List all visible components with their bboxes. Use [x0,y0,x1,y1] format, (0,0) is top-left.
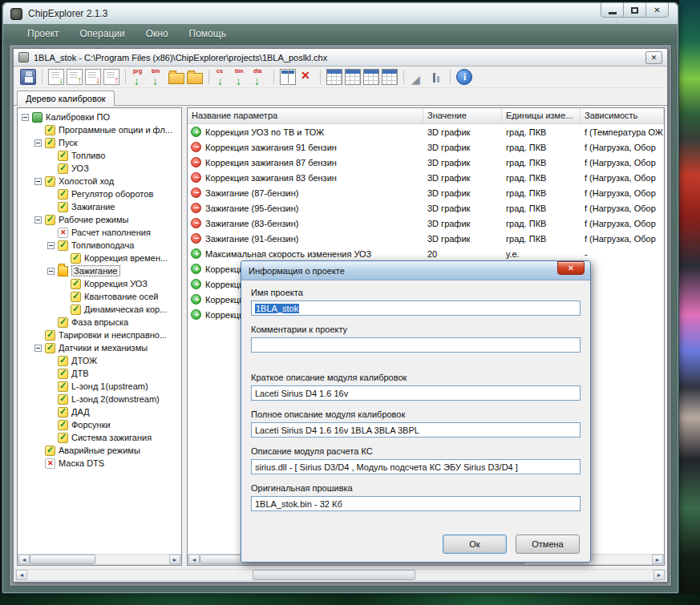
table-row[interactable]: Зажигание (95-бензин)3D графикград. ПКВf… [188,200,664,216]
write-ecu-icon[interactable] [67,69,83,85]
tree-item[interactable]: ДАД [18,405,181,418]
save-folder-icon[interactable] [187,73,203,84]
checksum-module-field[interactable]: sirius.dll - [ Sirius D3/D4 , Модуль под… [251,459,581,474]
close-button[interactable]: ✕ [645,2,669,18]
tree-item[interactable]: Зажигание [18,200,181,213]
close-project-icon[interactable] [298,69,314,85]
tab-calibration-tree[interactable]: Дерево калибровок [17,91,115,107]
tree-item-selected[interactable]: Зажигание [18,264,181,277]
table-view-icon-1[interactable] [326,69,342,85]
window-horizontal-scrollbar[interactable] [15,569,666,581]
tree-item[interactable]: Аварийные режимы [18,444,181,457]
verify-ecu-icon[interactable] [85,69,101,85]
project-close-button[interactable]: ✕ [645,51,662,64]
tree-item[interactable]: Фаза впрыска [18,316,181,329]
full-description-field[interactable]: Laceti Sirius D4 1.6 16v 1BLA 3BLA 3BPL [251,422,581,438]
collapse-icon[interactable] [47,268,55,275]
tree-item[interactable]: Тарировки и неисправно... [18,329,181,341]
column-header-value[interactable]: Значение [423,108,502,123]
ok-button[interactable]: Ок [443,534,507,554]
tree-item[interactable]: ДТВ [18,367,181,380]
column-header-name[interactable]: Название параметра [188,108,423,123]
short-description-field[interactable]: Laceti Sirius D4 1.6 16v [251,385,581,401]
menu-project[interactable]: Проект [27,28,59,39]
dialog-titlebar[interactable]: Информация о проекте [241,261,590,280]
table-row[interactable]: Зажигание (83-бензин)3D графикград. ПКВf… [188,216,664,231]
collapse-icon[interactable] [47,242,55,249]
export-cs-icon[interactable]: cs [215,69,231,85]
load-prg-icon[interactable]: prg [132,69,148,85]
tree-item[interactable]: Регулятор оборотов [18,188,181,200]
original-firmware-field[interactable]: 1BLA_stok.bin - 32 Кб [251,496,581,511]
scroll-left-icon[interactable] [18,555,30,564]
window-titlebar[interactable]: ChipExplorer 2.1.3 [3,3,678,24]
compare-ecu-icon[interactable] [103,69,119,85]
collapse-icon[interactable] [34,178,42,185]
tree-item[interactable]: Коррекция УОЗ [18,277,181,290]
tree-item[interactable]: Система зажигания [18,431,181,444]
table-row[interactable]: Коррекция зажигания 91 бензин3D графикгр… [188,139,664,155]
tree-item[interactable]: Калибровки ПО [18,111,181,123]
open-folder-icon[interactable] [168,73,184,84]
table-row[interactable]: Коррекция УОЗ по ТВ и ТОЖ3D графикград. … [188,124,664,139]
scroll-right-icon[interactable] [169,555,180,564]
maximize-button[interactable] [623,2,646,18]
tree-item[interactable]: Коррекция времен... [18,252,181,264]
table-view-icon-2[interactable] [345,69,361,85]
tree-horizontal-scrollbar[interactable] [18,554,181,565]
info-icon[interactable] [456,69,472,85]
tree-item[interactable]: Датчики и механизмы [18,341,181,354]
chart-bars-icon[interactable] [428,69,444,85]
column-header-dependency[interactable]: Зависимость [581,108,664,123]
export-dta-icon[interactable]: dta [252,69,268,85]
load-bin-icon[interactable]: bin [150,69,166,85]
table-view-icon-3[interactable] [363,69,379,85]
tree-item[interactable]: Динамическая кор... [18,303,181,316]
tree-item[interactable]: УОЗ [18,162,181,175]
tree-item[interactable]: Квантование осей [18,290,181,303]
table-row[interactable]: Коррекция зажигания 83 бензин3D графикгр… [188,170,664,185]
scrollbar-thumb[interactable] [253,570,415,580]
tree-item[interactable]: Топливоподача [18,239,181,252]
table-row[interactable]: Максимальная скорость изменения УОЗ20у.е… [188,246,664,261]
tree-item[interactable]: Маска DTS [18,457,181,470]
scrollbar-thumb[interactable] [30,555,95,564]
project-comments-field[interactable] [251,337,581,353]
tree-item[interactable]: ДТОЖ [18,354,181,367]
table-row[interactable]: Зажигание (91-бензин)3D графикград. ПКВf… [188,231,664,246]
table-view-icon-4[interactable] [382,69,398,85]
column-header-units[interactable]: Единицы изме... [502,108,581,123]
tree-item[interactable]: Топливо [18,149,181,162]
collapse-icon[interactable] [34,139,42,147]
menu-window[interactable]: Окно [146,28,168,39]
tree-item[interactable]: Пуск [18,136,181,149]
tree-item[interactable]: Холостой ход [18,175,181,188]
minimize-button[interactable] [601,2,624,18]
tree-item[interactable]: L-зонд 2(downstream) [18,393,181,405]
collapse-icon[interactable] [22,114,29,121]
scroll-left-icon[interactable] [188,555,200,564]
split-window-icon[interactable] [280,69,296,85]
project-window-titlebar[interactable]: 1BLA_stok - C:\Program Files (x86)\ChipE… [14,49,667,67]
tree-item[interactable]: Расчет наполнения [18,226,181,239]
tree-item[interactable]: Форсунки [18,418,181,431]
scroll-left-icon[interactable] [16,570,27,580]
chart-3d-icon[interactable] [410,69,426,85]
cancel-button[interactable]: Отмена [516,534,580,554]
tree-item[interactable]: L-зонд 1(upstream) [18,380,181,393]
table-row[interactable]: Зажигание (87-бензин)3D графикград. ПКВf… [188,185,664,200]
table-row[interactable]: Коррекция зажигания 87 бензин3D графикгр… [188,155,664,170]
scroll-right-icon[interactable] [653,570,665,580]
tree-item[interactable]: Программные опции и фл... [18,123,181,136]
menu-operations[interactable]: Операции [80,28,125,39]
save-icon[interactable] [20,69,36,85]
dialog-close-button[interactable]: ✕ [557,261,585,275]
export-bin-icon[interactable]: bin [233,69,249,85]
scroll-right-icon[interactable] [652,555,663,564]
read-ecu-icon[interactable] [48,69,64,85]
project-name-field[interactable]: 1BLA_stok [251,300,581,316]
tree-item[interactable]: Рабочие режимы [18,213,181,226]
menu-help[interactable]: Помощь [189,28,226,39]
collapse-icon[interactable] [34,216,42,224]
collapse-icon[interactable] [34,345,42,352]
